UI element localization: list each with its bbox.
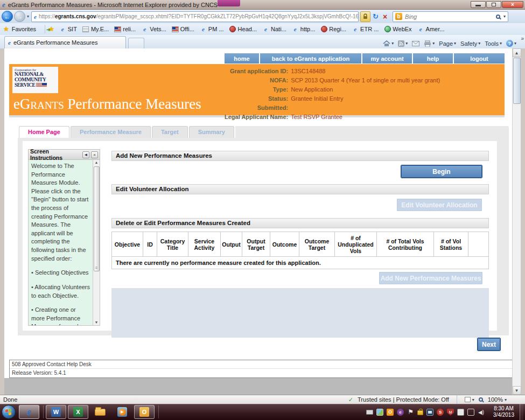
favorites-button[interactable]: Favorites [12, 26, 36, 32]
security-zone-label[interactable]: Trusted sites | Protected Mode: Off [358, 396, 449, 403]
taskbar-excel[interactable]: X [68, 405, 88, 419]
window-border-right [521, 48, 525, 395]
tab-target[interactable]: Target [152, 126, 188, 138]
collapse-panel-button[interactable]: ◄ [82, 151, 89, 158]
taskbar-word[interactable]: W [46, 405, 66, 419]
taskbar-media-player[interactable]: ▶ [112, 405, 132, 419]
list-favicon [82, 26, 89, 32]
favorite-item[interactable]: eVets... [138, 26, 169, 32]
search-box[interactable]: b Bing ▾ [393, 11, 508, 22]
address-bar[interactable]: e https://egrants.cns.gov/egrantsPM/page… [31, 11, 359, 22]
favorite-item[interactable]: ePM ... [197, 26, 227, 32]
tab-home-page[interactable]: Home Page [19, 126, 69, 138]
refresh-button[interactable]: ↻ [370, 11, 381, 22]
network-tray-icon[interactable] [426, 409, 433, 416]
instructions-scrollbar[interactable]: ▲ ≡ ▼ [93, 160, 100, 325]
favorite-item[interactable]: Head... [227, 26, 260, 32]
window-border-left [0, 48, 4, 395]
antivirus-tray-icon[interactable]: S [437, 409, 444, 416]
column-header: Objective [112, 232, 143, 257]
security-lock-icon[interactable] [360, 11, 370, 22]
tab-summary[interactable]: Summary [189, 126, 234, 138]
page-scroll-thumb[interactable] [513, 58, 521, 104]
close-icon: × [511, 2, 514, 8]
taskbar-explorer[interactable] [90, 405, 110, 419]
separator [45, 25, 45, 33]
outlook-tray-icon[interactable]: O [387, 409, 394, 416]
zoom-control[interactable]: 100%▾ [479, 396, 507, 403]
read-mail-button[interactable] [411, 41, 421, 46]
print-button[interactable]: ▾ [423, 40, 436, 47]
search-icon[interactable] [496, 15, 500, 19]
nav-my-account-button[interactable]: my account [362, 53, 412, 64]
scroll-thumb[interactable]: ≡ [94, 166, 100, 271]
content-panel: Screen Instructions ◄ × Welcome to The P… [18, 138, 509, 335]
favorite-item[interactable]: eNati... [260, 26, 289, 32]
minimize-button[interactable] [471, 1, 486, 8]
column-header: # of Total Vols Contributing [377, 232, 434, 257]
favorite-item[interactable]: eSIT [57, 26, 80, 32]
add-favorite-icon[interactable]: ➜★ [48, 25, 54, 33]
restore-button[interactable] [486, 1, 501, 8]
feeds-button[interactable]: ▾ [397, 40, 409, 47]
nav-back-to-egrants-button[interactable]: back to eGrants application [260, 53, 361, 64]
favorite-item[interactable]: Offi... [169, 26, 197, 32]
scroll-down-button[interactable]: ▼ [513, 386, 521, 395]
toolbar-overflow-icon[interactable]: » [521, 36, 524, 41]
stop-button[interactable]: × [381, 11, 389, 22]
favorite-item[interactable]: eAmer... [415, 26, 447, 32]
printer-tray-icon[interactable] [366, 410, 373, 415]
nav-help-button[interactable]: help [413, 53, 453, 64]
favorite-item[interactable]: reli... [111, 26, 138, 32]
volume-tray-icon[interactable]: ◀) [478, 409, 485, 416]
action-center-flag-icon[interactable]: ⚑ [407, 409, 414, 416]
clock-date: 3/4/2013 [493, 412, 514, 418]
page-viewport: home back to eGrants application my acco… [4, 48, 521, 395]
app-header: Corporation for NATIONAL& COMMUNITY SERV… [9, 64, 505, 115]
close-panel-button[interactable]: × [91, 151, 98, 158]
app-tray-icon[interactable]: e [397, 409, 404, 416]
lock-tray-icon[interactable] [417, 410, 423, 415]
scroll-up-icon[interactable]: ▲ [95, 160, 99, 165]
history-dropdown-icon[interactable]: ▾ [27, 14, 29, 19]
search-dropdown-icon[interactable]: ▾ [503, 14, 506, 19]
display-tray-icon[interactable] [467, 409, 474, 416]
clipboard-tray-icon[interactable] [457, 409, 464, 416]
photo-tray-icon[interactable] [376, 409, 383, 416]
back-button[interactable]: ← [2, 11, 13, 22]
favorite-item[interactable]: eETR ... [349, 26, 381, 32]
scroll-up-button[interactable]: ▲ [513, 48, 521, 57]
tab-performance-measure[interactable]: Performance Measure [71, 126, 151, 138]
browser-tab[interactable]: e eGrants Performance Measures [4, 36, 126, 48]
forward-button[interactable]: → [14, 11, 25, 22]
taskbar-clock[interactable]: 8:30 AM 3/4/2013 [489, 405, 519, 418]
scroll-down-icon[interactable]: ▼ [95, 320, 99, 325]
security-shield-tray-icon[interactable]: M [447, 409, 454, 416]
home-button[interactable]: ▾ [382, 40, 395, 47]
grant-info-row: Type:New Application [225, 86, 440, 94]
favorite-item[interactable]: My.E... [80, 26, 111, 32]
page-menu[interactable]: Page▾ [438, 40, 457, 47]
search-input[interactable]: Bing [405, 13, 496, 20]
start-button[interactable] [2, 405, 16, 419]
folder-icon [95, 409, 106, 416]
tools-menu[interactable]: Tools▾ [484, 40, 503, 47]
favorite-item[interactable]: ehttp... [289, 26, 318, 32]
next-button[interactable]: Next [478, 338, 500, 351]
change-view-button[interactable]: ▾ [465, 397, 474, 402]
new-tab-button[interactable] [128, 38, 144, 48]
page-title: eGrants Performance Measures [13, 96, 201, 113]
favorite-item[interactable]: Regi... [318, 26, 349, 32]
begin-button[interactable]: Begin [401, 165, 482, 178]
safety-menu[interactable]: Safety▾ [459, 40, 481, 47]
nav-logout-button[interactable]: logout [454, 53, 505, 64]
show-desktop-button[interactable] [520, 404, 523, 420]
favorite-item[interactable]: WebEx [381, 26, 414, 32]
nav-home-button[interactable]: home [225, 53, 259, 64]
help-menu[interactable]: ?▾ [505, 40, 517, 47]
taskbar-internet-explorer[interactable]: e [19, 405, 39, 419]
ie-favicon: e [200, 26, 207, 32]
page-scrollbar[interactable]: ▲ ▼ [512, 48, 521, 395]
close-button[interactable]: × [502, 1, 523, 8]
taskbar-outlook[interactable]: O [134, 405, 155, 419]
